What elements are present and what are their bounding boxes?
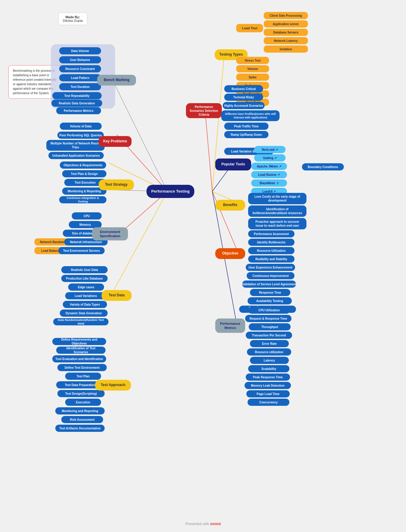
load-test-label: Load Test [236, 24, 263, 32]
ps-boundary: Boundary Conditions [302, 163, 344, 170]
ps-business: Business Critical [224, 85, 263, 92]
obj-bottleneck: Identify Bottlenecks [248, 239, 294, 246]
footer-brand: xmind [210, 522, 221, 526]
ta-tool-eval: Tool Evaluation and Identification [52, 355, 106, 362]
bench-test-repeatability: Test Repeatability [52, 92, 102, 99]
pm-cpu: CPU Utilization [248, 307, 290, 314]
obj-response: Response Time [250, 289, 290, 296]
td-edge: Edge cases [68, 283, 104, 291]
pt-blazemeter: BlazeMeter ↗ [251, 179, 287, 187]
pt-neoload: NeoLoad ↗ [254, 146, 286, 153]
perf-metrics-label: Performance Metrics [215, 318, 245, 333]
ps-peak-traffic: Peak Traffic Time [224, 123, 268, 130]
bench-perf-metrics: Performance Metrics [56, 107, 101, 114]
benefits-label: Benefits [215, 200, 245, 211]
td-prod-db: Production Like Database [61, 275, 108, 282]
perf-scenarios-label: Performance Scenarios Selection Criteria [186, 103, 222, 118]
tt-spike: Spike [236, 74, 269, 81]
made-by-box: Made By: Diksha Gupta [58, 13, 87, 25]
footer: Presented with xmind [0, 522, 406, 526]
obj-resource-util: Resource Utilization [248, 247, 294, 254]
pm-throughput: Throughput [249, 323, 291, 330]
pm-memory-leak: Memory Leak Detection [245, 382, 291, 389]
kp-sql: Poor Performing SQL Queries [57, 132, 104, 139]
obj-perf-assess: Performance Assesment [248, 230, 294, 237]
env-servers: Test Environment Servers [58, 247, 105, 254]
made-by-line1: Made By: [63, 15, 83, 19]
bench-test-duration: Test Duration [59, 83, 101, 90]
ta-design: Test Design(Scripting) [57, 390, 105, 397]
tt-volume: Volume [236, 65, 269, 72]
obj-sla: Validation of Service Level Agreement [242, 281, 296, 288]
svg-line-0 [111, 76, 167, 191]
td-dynamic: Dynamic Data Generation [60, 310, 108, 317]
ta-test-plan: Test Plan [65, 373, 101, 380]
ps-tech: Technial Risky [224, 94, 263, 101]
svg-line-7 [205, 108, 212, 191]
obj-continuous: Continuous Imporvement [247, 272, 294, 279]
lt-client: Client Side Processing [264, 12, 308, 19]
ta-artifacts: Test Artifacts Documentation [55, 425, 105, 432]
bench-data-volume: Data Volume [59, 47, 101, 54]
ta-execution: Execution [65, 399, 101, 406]
bench-marking-label: Bench Marking [97, 75, 136, 86]
td-variety: Variety of Data Types [63, 301, 107, 308]
svg-line-6 [212, 54, 224, 191]
ta-id-scenarios: Identification of Test Scenarios [56, 347, 106, 354]
footer-text: Presented with [185, 522, 210, 526]
pm-peak-resp: Peak Response Time [246, 374, 290, 381]
made-by-line2: Diksha Gupta [63, 19, 83, 22]
ben-bottleneck: Identification of bottleneck/underutiliz… [248, 205, 306, 217]
canvas: Made By: Diksha Gupta Benchmarking is th… [0, 0, 406, 532]
objective-label: Objective [215, 248, 245, 259]
bench-user-behavior: User Behavior [59, 56, 101, 63]
popular-tools-label: Popular Tools [215, 158, 251, 170]
kp-network: Multiple Number of Network Round Trips [46, 140, 105, 151]
ps-ramp: Ramp Up/Ramp Down [224, 131, 268, 138]
tt-stress: Stress Test [236, 57, 269, 64]
bench-realistic-data: Realistic Data Generation [51, 100, 102, 107]
pm-page-load: Page Load Time [246, 390, 290, 397]
td-random: Data Randomization(Random Test data) [53, 318, 109, 325]
ta-define-env: Define Test Environment [57, 364, 107, 371]
pt-gatling: Gatling ↗ [254, 154, 286, 161]
bench-load-pattern: Load Pattern [59, 74, 101, 81]
info-box-text: Benchmarking is the process of establish… [13, 69, 57, 95]
kp-unhandled: Unhandled Application Scenarios [48, 152, 104, 159]
ta-monitoring: Monitoring and Reporting [55, 407, 105, 414]
lt-isolation: Isolation [264, 45, 308, 53]
ben-costly: Less Costly at the early stage of develo… [248, 193, 306, 204]
obj-ux: User Experience Enhancement [246, 264, 295, 271]
pt-loadrunner: Load Runner ↗ [251, 171, 287, 178]
env-spec-label: Environment Specification [92, 227, 128, 240]
ta-define-req: Define Requirements and Objectives [52, 338, 106, 345]
lt-db-servers: Database Servers [264, 29, 308, 36]
bench-resource-constraint: Resource Constraint [59, 65, 101, 72]
pm-concurrency: Concurrency [248, 399, 289, 406]
td-load-var: Load Variations [65, 292, 106, 299]
kp-volume: Volume of Data [60, 123, 102, 130]
svg-line-5 [111, 191, 167, 296]
lt-app-server: Application server [264, 20, 308, 28]
ts-objectives: Objectives & Requirements [60, 161, 106, 169]
ps-user-profiles: Different User Profiles(Users who will i… [221, 110, 280, 121]
pm-error: Error Rate [250, 340, 289, 347]
obj-availability: Availability Testing [248, 297, 292, 304]
pm-tps: Transaction Per Second [246, 332, 292, 339]
td-realistic: Realistic User Data [61, 266, 108, 273]
ps-accessed: Highly Accessed Scenarios [223, 102, 265, 109]
pm-resource: Resource utilization [247, 348, 291, 356]
ben-proactive: Proactive approach to uncover issue to r… [248, 218, 306, 229]
env-cpu: CPU [72, 212, 102, 219]
pt-jmeter: Apache JMeter ↗ [251, 163, 287, 170]
pm-latency: Latency [250, 357, 289, 364]
key-problems-label: Key Problems [99, 136, 132, 147]
test-strategy-label: Test Strategy [99, 179, 134, 190]
pm-scalability: Scalability [248, 365, 289, 372]
ta-risk: Risk Assessment [61, 416, 103, 423]
pm-req-resp: Request & Response Time [245, 315, 291, 322]
test-data-label: Test Data [102, 290, 132, 301]
ts-ci: Continous Integration & Testing [59, 196, 106, 203]
lt-network-latency: Network Latency [264, 37, 308, 44]
center-node: Performance Testing [146, 185, 194, 198]
